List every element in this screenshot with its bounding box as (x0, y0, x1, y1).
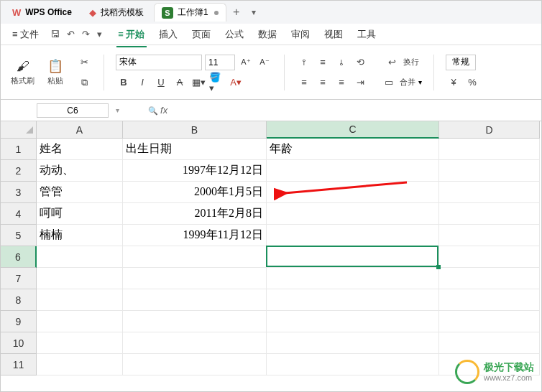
cell-A4[interactable]: 呵呵 (37, 203, 123, 225)
cell-D3[interactable] (439, 182, 540, 203)
cell-A7[interactable] (37, 268, 123, 289)
font-color-button[interactable]: A▾ (228, 75, 244, 90)
cell-D2[interactable] (439, 160, 540, 182)
fill-color-button[interactable]: 🪣▾ (209, 75, 225, 90)
fx-label[interactable]: fx (148, 105, 167, 116)
cell-D7[interactable] (439, 268, 540, 289)
redo-icon[interactable]: ↷ (82, 29, 90, 39)
save-icon[interactable]: 🖫 (50, 29, 60, 39)
menu-开始[interactable]: 开始 (112, 25, 150, 44)
cell-C6[interactable] (267, 246, 439, 268)
cell-C3[interactable] (267, 182, 439, 203)
merge-button[interactable]: ▭ 合并▾ (381, 75, 422, 90)
menu-数据[interactable]: 数据 (252, 25, 283, 44)
row-header-7[interactable]: 7 (1, 268, 37, 289)
file-menu[interactable]: 文件 (6, 25, 45, 44)
workbook-tab[interactable]: S 工作簿1 (154, 3, 226, 22)
paste-group[interactable]: 📋 粘贴 (43, 57, 68, 88)
col-header-A[interactable]: A (37, 121, 123, 139)
menu-页面[interactable]: 页面 (186, 25, 216, 44)
cell-A10[interactable] (37, 332, 123, 354)
menu-公式[interactable]: 公式 (219, 25, 249, 44)
cell-D9[interactable] (439, 311, 540, 332)
undo-icon[interactable]: ↶ (67, 29, 75, 39)
cell-A2[interactable]: 动动、 (37, 160, 123, 182)
namebox-dropdown-icon[interactable]: ▾ (116, 106, 119, 114)
menu-审阅[interactable]: 审阅 (285, 25, 316, 44)
copy-icon[interactable]: ⧉ (76, 75, 92, 90)
col-header-C[interactable]: C (267, 121, 439, 139)
strike-button[interactable]: A (172, 75, 188, 90)
row-header-2[interactable]: 2 (1, 160, 37, 182)
row-header-6[interactable]: 6 (1, 246, 37, 268)
cell-A6[interactable] (37, 246, 123, 268)
wrap-button[interactable]: ↩ 换行 (385, 55, 419, 70)
currency-button[interactable]: ¥ (446, 75, 461, 90)
cell-A8[interactable] (37, 289, 123, 311)
name-box[interactable] (37, 103, 109, 118)
font-size-select[interactable] (205, 55, 235, 70)
cell-B7[interactable] (123, 268, 267, 289)
align-center-icon[interactable]: ≡ (315, 75, 331, 90)
bold-button[interactable]: B (116, 75, 132, 90)
format-painter-group[interactable]: 🖌 格式刷 (6, 57, 39, 88)
row-header-10[interactable]: 10 (1, 332, 37, 354)
new-tab-button[interactable]: + (229, 5, 244, 19)
quick-more-icon[interactable]: ▾ (97, 29, 102, 39)
cell-B3[interactable]: 2000年1月5日 (123, 182, 267, 203)
cell-D6[interactable] (439, 246, 540, 268)
cell-C10[interactable] (267, 332, 439, 354)
underline-button[interactable]: U (153, 75, 169, 90)
cell-B11[interactable] (123, 354, 267, 375)
cell-A11[interactable] (37, 354, 123, 375)
cell-D1[interactable] (439, 139, 540, 160)
cell-B2[interactable]: 1997年12月12日 (123, 160, 267, 182)
cell-B6[interactable] (123, 246, 267, 268)
italic-button[interactable]: I (134, 75, 150, 90)
cell-B1[interactable]: 出生日期 (123, 139, 267, 160)
align-top-icon[interactable]: ⫯ (296, 55, 312, 70)
align-right-icon[interactable]: ≡ (334, 75, 349, 90)
number-format-select[interactable]: 常规 (446, 55, 476, 70)
menu-工具[interactable]: 工具 (352, 25, 382, 44)
row-header-11[interactable]: 11 (1, 354, 37, 375)
cell-B4[interactable]: 2011年2月8日 (123, 203, 267, 225)
cell-D8[interactable] (439, 289, 540, 311)
cell-B5[interactable]: 1999年11月12日 (123, 225, 267, 246)
row-header-8[interactable]: 8 (1, 289, 37, 311)
cell-C8[interactable] (267, 289, 439, 311)
menu-视图[interactable]: 视图 (318, 25, 349, 44)
orientation-icon[interactable]: ⟲ (352, 55, 368, 70)
cell-D4[interactable] (439, 203, 540, 225)
cell-C2[interactable] (267, 160, 439, 182)
cell-C1[interactable]: 年龄 (267, 139, 439, 160)
border-button[interactable]: ▦▾ (190, 75, 206, 90)
col-header-D[interactable]: D (439, 121, 540, 139)
cell-D10[interactable] (439, 332, 540, 354)
row-header-3[interactable]: 3 (1, 182, 37, 203)
cell-A1[interactable]: 姓名 (37, 139, 123, 160)
cell-A5[interactable]: 楠楠 (37, 225, 123, 246)
template-tab[interactable]: ◆ 找稻壳模板 (82, 3, 151, 22)
align-left-icon[interactable]: ≡ (296, 75, 312, 90)
row-header-5[interactable]: 5 (1, 225, 37, 246)
row-header-1[interactable]: 1 (1, 139, 37, 160)
col-header-B[interactable]: B (123, 121, 267, 139)
cell-B8[interactable] (123, 289, 267, 311)
select-all-corner[interactable] (1, 121, 37, 139)
indent-icon[interactable]: ⇥ (352, 75, 368, 90)
font-name-select[interactable] (116, 55, 202, 70)
app-tab[interactable]: W WPS Office (5, 3, 79, 22)
cell-B9[interactable] (123, 311, 267, 332)
increase-font-icon[interactable]: A⁺ (238, 55, 254, 70)
menu-插入[interactable]: 插入 (153, 25, 183, 44)
cell-C7[interactable] (267, 268, 439, 289)
formula-input[interactable] (175, 103, 541, 118)
align-middle-icon[interactable]: ≡ (315, 55, 331, 70)
cell-A9[interactable] (37, 311, 123, 332)
fill-handle[interactable] (436, 265, 441, 269)
row-header-9[interactable]: 9 (1, 311, 37, 332)
cell-D5[interactable] (439, 225, 540, 246)
cut-icon[interactable]: ✂ (76, 55, 92, 70)
percent-button[interactable]: % (464, 75, 480, 90)
